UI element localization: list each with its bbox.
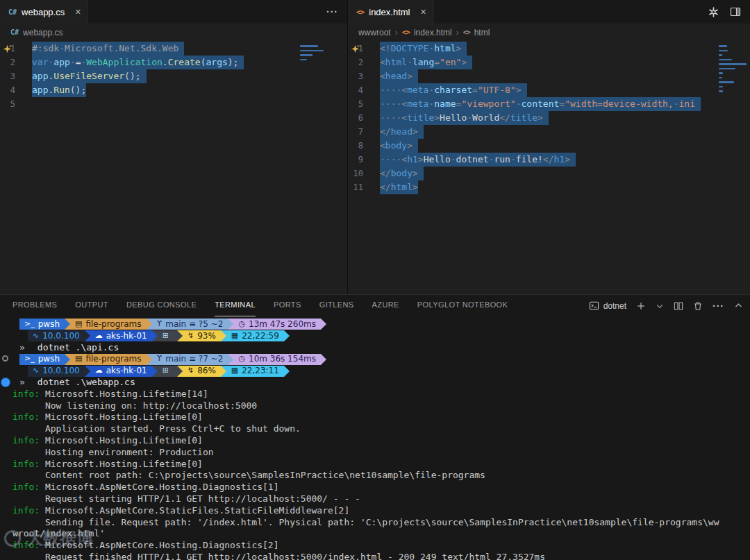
prompt-segment: ∿10.0.100 (28, 330, 85, 341)
code-line[interactable]: 1#:sdk·Microsoft.Net.Sdk.Web (0, 42, 347, 56)
kill-terminal-icon[interactable] (693, 301, 703, 311)
panel-header: PROBLEMSOUTPUTDEBUG CONSOLETERMINALPORTS… (0, 295, 750, 316)
panel-tab-azure[interactable]: AZURE (372, 295, 399, 316)
panel-tab-ports[interactable]: PORTS (274, 295, 301, 316)
code-line[interactable]: 5····<meta·name="viewport"·content="widt… (348, 97, 750, 111)
prompt-segment: ⊞ (158, 330, 177, 341)
editor-area: C# webapp.cs × ··· C# webapp.cs 1#:sdk·M… (0, 0, 750, 294)
terminal-row-prompt: ∿10.0.100☁aks-hk-01⊞↯93%▦22,22:59 (28, 330, 750, 342)
prompt-segment: ▦22,22:59 (226, 330, 284, 341)
new-terminal-icon[interactable] (636, 301, 646, 311)
chevron-down-icon[interactable] (656, 302, 664, 310)
prompt-segment: ☁aks-hk-01 (90, 330, 152, 341)
close-tab-icon[interactable]: × (75, 6, 81, 17)
panel-tab-debug-console[interactable]: DEBUG CONSOLE (126, 295, 197, 316)
code-line[interactable]: 4····<meta·charset="UTF-8"> (348, 83, 750, 97)
terminal-row-prompt: >_pwsh▤file-programsϒmain ≡ ?7 ~2◷10m 36… (19, 353, 750, 365)
terminal-row-log: info: Microsoft.AspNetCore.Hosting.Diagn… (12, 540, 750, 552)
code-line[interactable]: 3app.UseFileServer(); (0, 69, 347, 83)
code-line[interactable]: 1<!DOCTYPE·html> (348, 42, 750, 56)
code-line[interactable]: 4app.Run(); (0, 83, 347, 97)
more-actions-icon[interactable]: ··· (712, 300, 724, 312)
chevron-right-icon: › (456, 28, 459, 37)
terminal[interactable]: >_pwsh▤file-programsϒmain ≡ ?5 ~2◷13m 47… (0, 316, 750, 560)
panel-tab-gitlens[interactable]: GITLENS (319, 295, 354, 316)
code-line[interactable]: 2var·app·=·WebApplication.Create(args); (0, 56, 347, 69)
panel-tab-problems[interactable]: PROBLEMS (12, 295, 57, 316)
panel-tab-polyglot-notebook[interactable]: POLYGLOT NOTEBOOK (417, 295, 508, 316)
tab-label: index.html (369, 7, 410, 17)
editor-group-left: C# webapp.cs × ··· C# webapp.cs 1#:sdk·M… (0, 0, 348, 294)
tab-label: webapp.cs (22, 7, 65, 17)
csharp-file-icon: C# (8, 8, 17, 16)
csharp-file-icon: C# (10, 28, 19, 36)
terminal-row-log: info: Microsoft.Hosting.Lifetime[0] (12, 459, 750, 470)
split-terminal-icon[interactable] (674, 301, 683, 311)
terminal-tab-dotnet[interactable]: dotnet (589, 300, 626, 311)
code-line[interactable]: 8<body> (348, 139, 750, 153)
terminal-row-log: info: Microsoft.Hosting.Lifetime[0] (12, 435, 750, 447)
breadcrumb-item[interactable]: webapp.cs (23, 28, 62, 37)
tab-index-html[interactable]: <> index.html × (348, 0, 434, 24)
close-tab-icon[interactable]: × (421, 6, 426, 17)
breadcrumb: wwwroot › <> index.html › <> html (348, 24, 750, 40)
prompt-segment: ϒmain ≡ ?7 ~2 (152, 354, 228, 365)
prompt-segment: ▤file-programs (70, 354, 147, 365)
code-line[interactable]: 7</head> (348, 125, 750, 139)
breadcrumb-item[interactable]: index.html (414, 28, 452, 37)
panel-actions: dotnet ··· (589, 300, 743, 312)
terminal-row-prompt: >_pwsh▤file-programsϒmain ≡ ?5 ~2◷13m 47… (19, 319, 750, 330)
code-line[interactable]: 11</html> (348, 180, 750, 194)
terminal-row-out: Request starting HTTP/1.1 GET http://loc… (12, 493, 750, 505)
command-decoration-icon[interactable] (1, 378, 10, 387)
tab-bar-right: <> index.html × (348, 0, 750, 24)
prompt-segment: ▦22,23:11 (226, 366, 284, 377)
terminal-row-cmd: »dotnet .\api.cs (12, 342, 750, 354)
terminal-row-out: Request finished HTTP/1.1 GET http://loc… (12, 552, 750, 560)
terminal-row-out: wroot/index.html' (12, 528, 750, 540)
prompt-segment: ∿10.0.100 (28, 366, 85, 377)
prompt-segment: ⊞ (158, 366, 177, 377)
minimap[interactable] (300, 45, 319, 60)
code-line[interactable]: 5 (0, 97, 347, 111)
prompt-segment: >_pwsh (19, 354, 65, 365)
terminal-row-out: Content root path: C:\projects\source\Sa… (12, 470, 750, 482)
terminal-row-log: info: Microsoft.Hosting.Lifetime[14] (12, 389, 750, 400)
prompt-segment: ☁aks-hk-01 (90, 366, 152, 377)
code-line[interactable]: 10</body> (348, 167, 750, 180)
more-actions-icon[interactable]: ··· (326, 6, 338, 17)
ai-assistant-icon[interactable] (708, 6, 719, 18)
panel-tab-terminal[interactable]: TERMINAL (215, 295, 256, 316)
html-file-icon: <> (402, 28, 410, 37)
panel-tab-output[interactable]: OUTPUT (75, 295, 108, 316)
maximize-panel-icon[interactable] (734, 301, 743, 310)
copilot-sparkle-icon[interactable] (351, 44, 360, 58)
chevron-right-icon: › (395, 28, 398, 37)
terminal-row-log: info: Microsoft.AspNetCore.Hosting.Diagn… (12, 482, 750, 493)
html-file-icon: <> (356, 8, 364, 17)
tab-webapp-cs[interactable]: C# webapp.cs × (0, 0, 88, 24)
prompt-segment: ◷13m 47s 260ms (233, 319, 321, 330)
code-editor-index-html[interactable]: 1<!DOCTYPE·html>2<html·lang="en">3<head>… (348, 40, 750, 294)
html-symbol-icon: <> (463, 28, 470, 36)
editor-group-right: <> index.html × wwwroot › <> (348, 0, 750, 294)
prompt-segment: >_pwsh (19, 319, 65, 330)
prompt-segment: ▤file-programs (70, 319, 147, 330)
code-line[interactable]: 6····<title>Hello·World</title> (348, 111, 750, 125)
code-line[interactable]: 3<head> (348, 69, 750, 83)
breadcrumb-item[interactable]: html (474, 28, 490, 37)
copilot-sparkle-icon[interactable] (3, 44, 12, 58)
layout-icon[interactable] (730, 6, 741, 17)
bottom-panel: PROBLEMSOUTPUTDEBUG CONSOLETERMINALPORTS… (0, 294, 750, 560)
tabbar-spacer (88, 0, 317, 24)
code-line[interactable]: 9····<h1>Hello·dotnet·run·file!</h1> (348, 153, 750, 167)
minimap[interactable] (719, 45, 748, 92)
code-editor-webapp[interactable]: 1#:sdk·Microsoft.Net.Sdk.Web2var·app·=·W… (0, 40, 347, 294)
terminal-name: dotnet (603, 301, 626, 311)
code-line[interactable]: 2<html·lang="en"> (348, 56, 750, 69)
prompt-segment: ↯86% (183, 366, 221, 377)
terminal-row-out: Application started. Press Ctrl+C to shu… (12, 423, 750, 435)
command-decoration-icon[interactable] (2, 355, 8, 362)
prompt-segment: ◷10m 36s 154ms (233, 354, 321, 365)
breadcrumb-item[interactable]: wwwroot (358, 28, 391, 37)
